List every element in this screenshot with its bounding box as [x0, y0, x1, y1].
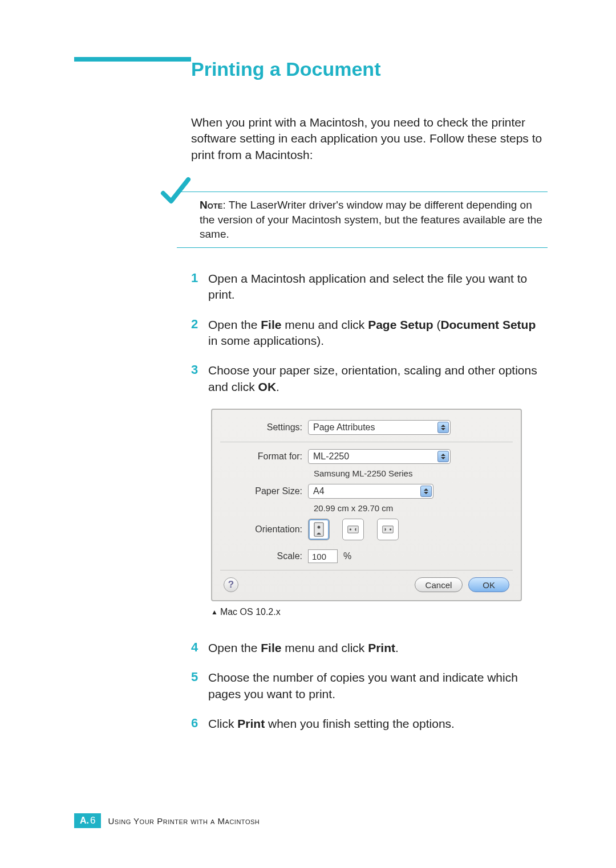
step-1: 1 Open a Macintosh application and selec… — [191, 271, 548, 303]
step-number: 4 — [191, 640, 208, 655]
step-text: Click Print when you finish setting the … — [208, 716, 455, 732]
divider — [220, 442, 513, 442]
intro-paragraph: When you print with a Macintosh, you nee… — [191, 115, 548, 163]
page-number-badge: A.6 — [74, 813, 101, 828]
step-5: 5 Choose the number of copies you want a… — [191, 670, 548, 702]
paper-size-label: Paper Size: — [224, 486, 308, 496]
settings-label: Settings: — [224, 422, 308, 433]
steps-list: 1 Open a Macintosh application and selec… — [191, 271, 548, 732]
cancel-button[interactable]: Cancel — [415, 577, 463, 592]
page-footer: A.6 Using Your Printer with a Macintosh — [74, 813, 260, 828]
svg-point-5 — [390, 528, 391, 530]
step-text: Open the File menu and click Page Setup … — [208, 317, 548, 349]
note-text: Note: The LaserWriter driver's window ma… — [200, 198, 548, 242]
orientation-landscape-right-button[interactable] — [377, 519, 399, 540]
step-text: Open a Macintosh application and select … — [208, 271, 548, 303]
step-2: 2 Open the File menu and click Page Setu… — [191, 317, 548, 349]
section-rule — [74, 57, 191, 62]
step-4: 4 Open the File menu and click Print. — [191, 640, 548, 656]
stepper-icon — [420, 486, 432, 497]
step-number: 1 — [191, 271, 208, 286]
scale-input[interactable]: 100 — [308, 549, 338, 563]
step-text: Choose your paper size, orientation, sca… — [208, 362, 548, 395]
scale-unit: % — [343, 551, 351, 561]
step-number: 6 — [191, 716, 208, 731]
orientation-options — [308, 519, 409, 540]
format-for-select[interactable]: ML-2250 — [308, 449, 451, 464]
checkmark-icon — [160, 176, 192, 210]
orientation-portrait-button[interactable] — [308, 519, 330, 540]
step-text: Choose the number of copies you want and… — [208, 670, 548, 702]
step-6: 6 Click Print when you finish setting th… — [191, 716, 548, 732]
format-for-label: Format for: — [224, 451, 308, 462]
svg-rect-4 — [383, 526, 393, 533]
divider — [220, 570, 513, 570]
format-for-subtext: Samsung ML-2250 Series — [314, 468, 509, 478]
settings-select[interactable]: Page Attributes — [308, 420, 451, 435]
screenshot-caption: ▲Mac OS 10.2.x — [211, 607, 548, 617]
ok-button[interactable]: OK — [468, 577, 509, 592]
settings-value: Page Attributes — [313, 422, 375, 433]
footer-text: Using Your Printer with a Macintosh — [108, 816, 260, 826]
step-number: 3 — [191, 362, 208, 377]
step-text: Open the File menu and click Print. — [208, 640, 399, 656]
stepper-icon — [437, 422, 449, 433]
format-for-value: ML-2250 — [313, 451, 349, 462]
orientation-label: Orientation: — [224, 524, 308, 535]
step-number: 5 — [191, 670, 208, 684]
svg-rect-2 — [348, 526, 358, 533]
svg-point-1 — [318, 526, 321, 529]
stepper-icon — [437, 451, 449, 462]
triangle-up-icon: ▲ — [211, 608, 218, 616]
note-block: Note: The LaserWriter driver's window ma… — [177, 191, 548, 248]
step-number: 2 — [191, 317, 208, 332]
help-button[interactable]: ? — [224, 577, 238, 592]
note-label: Note — [200, 199, 222, 211]
paper-size-subtext: 20.99 cm x 29.70 cm — [314, 503, 509, 513]
svg-point-3 — [350, 528, 351, 530]
page-setup-dialog: Settings: Page Attributes Format for: ML… — [211, 409, 522, 601]
note-body: : The LaserWriter driver's window may be… — [200, 199, 542, 240]
step-3: 3 Choose your paper size, orientation, s… — [191, 362, 548, 395]
paper-size-select[interactable]: A4 — [308, 484, 433, 499]
scale-label: Scale: — [224, 551, 308, 561]
paper-size-value: A4 — [313, 486, 325, 496]
orientation-landscape-left-button[interactable] — [342, 519, 364, 540]
page-heading: Printing a Document — [191, 58, 548, 80]
page-setup-screenshot: Settings: Page Attributes Format for: ML… — [211, 409, 548, 601]
